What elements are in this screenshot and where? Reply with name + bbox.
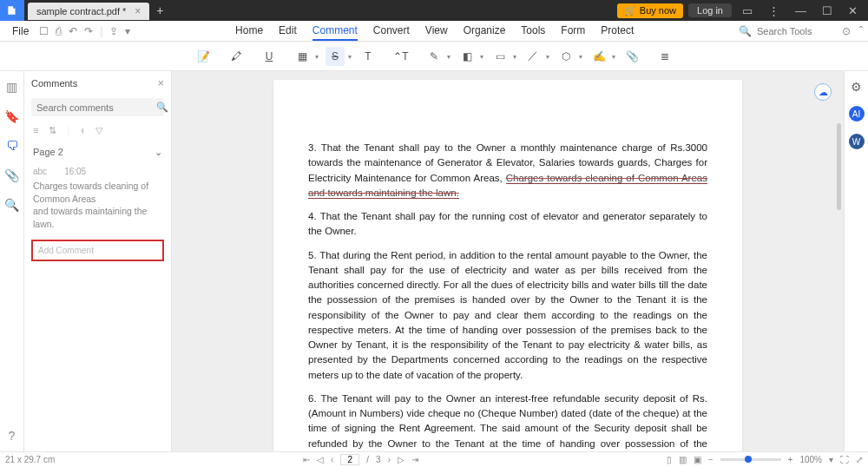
text-tool[interactable]: T (358, 47, 378, 66)
zoom-out-icon[interactable]: − (708, 455, 713, 464)
search-icon: 🔍 (156, 102, 168, 113)
window-minmax-icon[interactable]: ▭ (737, 4, 758, 17)
menu-convert[interactable]: Convert (373, 22, 410, 41)
comments-search-input[interactable] (36, 102, 156, 113)
rail-attachments-icon[interactable]: 📎 (4, 168, 19, 182)
window-minimize-icon[interactable]: — (790, 4, 812, 17)
chevron-up-icon[interactable]: ˆ (859, 25, 863, 37)
quick-dropdown-icon[interactable]: ▾ (125, 25, 130, 37)
note-tool[interactable]: 📝 (194, 47, 213, 66)
new-tab-button[interactable]: + (149, 3, 170, 17)
add-comment-input[interactable]: Add Comment (31, 240, 164, 261)
last-page-icon[interactable]: ⇥ (411, 455, 418, 464)
prev-icon[interactable]: ‹ (331, 455, 333, 464)
scrollbar-thumb[interactable] (837, 123, 841, 210)
tool-search[interactable]: 🔍 (739, 25, 835, 37)
menu-view[interactable]: View (425, 22, 448, 41)
menu-edit[interactable]: Edit (279, 22, 297, 41)
para-4: 4. That the Tenant shall pay for the run… (308, 209, 707, 240)
document-viewport[interactable]: ☁ 3. That the Tenant shall pay to the Ow… (172, 71, 844, 451)
comments-panel: Comments × 🔍 ≡ ⇅ | ⫞ ▽ Page 2 ⌄ abc 16:0… (24, 71, 172, 451)
status-bar: 21 x 29.7 cm ⇤ ◁ ‹ / 3 › ▷ ⇥ ▯ ▥ ▣ − + 1… (0, 451, 868, 467)
window-close-icon[interactable]: ✕ (843, 4, 863, 17)
redo-icon[interactable]: ↷ (84, 25, 93, 37)
shape-rect-tool[interactable]: ▭ (490, 47, 510, 66)
strikethrough-tool[interactable]: S (326, 47, 345, 66)
ai-tool-icon[interactable]: AI (849, 106, 865, 122)
view-facing-icon[interactable]: ▣ (694, 455, 701, 464)
buy-now-button[interactable]: 🛒 Buy now (617, 3, 683, 18)
next-page-icon[interactable]: ▷ (398, 455, 404, 464)
attachment-tool[interactable]: 📎 (622, 47, 641, 66)
tab-close-icon[interactable]: × (135, 5, 141, 17)
comment-item[interactable]: abc 16:05 Charges towards cleaning of Co… (24, 163, 171, 234)
page-input[interactable] (340, 454, 359, 465)
file-menu[interactable]: File (5, 25, 36, 37)
window-maximize-icon[interactable]: ☐ (817, 4, 838, 17)
rail-comments-icon[interactable]: 🗨 (6, 139, 18, 153)
cloud-sync-icon[interactable]: ☁ (814, 83, 832, 101)
pencil-tool[interactable]: ✎ (424, 47, 444, 66)
new-icon[interactable]: ☐ (39, 25, 49, 37)
undo-icon[interactable]: ↶ (69, 25, 77, 37)
menu-comment[interactable]: Comment (312, 22, 358, 41)
search-input[interactable] (757, 26, 835, 36)
menu-organize[interactable]: Organize (464, 22, 506, 41)
comments-close-icon[interactable]: × (157, 76, 164, 89)
next-icon[interactable]: › (388, 455, 391, 464)
comment-time: 16:05 (64, 167, 86, 176)
right-rail: ⚙ AI W (844, 71, 868, 451)
left-rail: ▥ 🔖 🗨 📎 🔍 ? (0, 71, 24, 451)
login-button[interactable]: Log in (688, 3, 732, 17)
document-tab[interactable]: sample contract.pdf * × (28, 3, 149, 20)
share-icon[interactable]: ⇪ (109, 25, 118, 37)
filter-sort-icon[interactable]: ⇅ (49, 125, 56, 136)
measure-tool[interactable]: ≣ (655, 47, 674, 66)
page-dimensions: 21 x 29.7 cm (5, 455, 55, 464)
view-single-icon[interactable]: ▯ (667, 455, 672, 464)
eraser-tool[interactable]: ◧ (457, 47, 477, 66)
zoom-value: 100% (799, 455, 822, 464)
app-logo[interactable] (0, 0, 24, 21)
page-nav: ⇤ ◁ ‹ / 3 › ▷ ⇥ (303, 454, 418, 465)
rail-help-icon[interactable]: ? (9, 429, 16, 443)
highlight-area-tool[interactable]: ▦ (293, 47, 312, 66)
textbox-tool[interactable]: ⌃T (391, 47, 411, 66)
view-continuous-icon[interactable]: ▥ (679, 455, 687, 464)
comment-author: abc (33, 167, 47, 176)
tab-label: sample contract.pdf * (36, 6, 126, 16)
zoom-slider[interactable] (720, 458, 781, 461)
quick-access: ☐ ⎙ ↶ ↷ | ⇪ ▾ (36, 25, 130, 37)
signature-tool[interactable]: ✍ (589, 47, 608, 66)
fullscreen-icon[interactable]: ⤢ (856, 455, 863, 464)
minimize-ribbon-icon[interactable]: ⊙ (842, 25, 851, 37)
rail-thumbnails-icon[interactable]: ▥ (6, 80, 17, 94)
stamp-tool[interactable]: ⬡ (556, 47, 575, 66)
properties-icon[interactable]: ⚙ (851, 80, 862, 94)
comment-text-line1: Charges towards cleaning of Common Areas (33, 180, 162, 205)
rail-bookmarks-icon[interactable]: 🔖 (4, 109, 19, 123)
menu-home[interactable]: Home (235, 22, 263, 41)
rail-search-icon[interactable]: 🔍 (4, 198, 19, 212)
first-page-icon[interactable]: ⇤ (303, 455, 310, 464)
zoom-dropdown-icon[interactable]: ▾ (829, 455, 833, 464)
titlebar: sample contract.pdf * × + 🛒 Buy now Log … (0, 0, 868, 21)
fit-width-icon[interactable]: ⛶ (840, 455, 849, 464)
word-export-icon[interactable]: W (849, 134, 865, 149)
window-more-icon[interactable]: ⋮ (763, 4, 785, 17)
menu-form[interactable]: Form (561, 22, 585, 41)
highlight-tool[interactable]: 🖍 (227, 47, 246, 66)
zoom-in-icon[interactable]: + (788, 455, 793, 464)
filter-list-icon[interactable]: ≡ (33, 125, 38, 136)
search-icon: 🔍 (739, 25, 752, 37)
underline-tool[interactable]: U (260, 47, 279, 66)
comments-page-group[interactable]: Page 2 ⌄ (24, 141, 171, 163)
print-icon[interactable]: ⎙ (56, 25, 62, 37)
filter-expand-icon[interactable]: ⫞ (80, 125, 85, 136)
prev-page-icon[interactable]: ◁ (317, 455, 324, 464)
shape-line-tool[interactable]: ／ (523, 47, 542, 66)
comments-search[interactable]: 🔍 (31, 98, 164, 116)
menu-tools[interactable]: Tools (521, 22, 545, 41)
filter-funnel-icon[interactable]: ▽ (95, 125, 102, 136)
menu-protect[interactable]: Protect (601, 22, 634, 41)
